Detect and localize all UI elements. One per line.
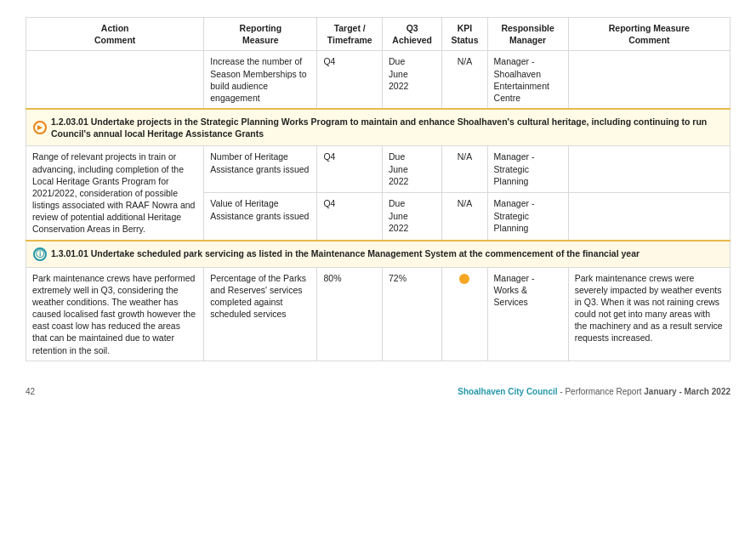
section1-row1-kpi-text: N/A — [458, 151, 473, 162]
section1-row1-q3: Due June 2022 — [383, 146, 442, 193]
footer: 42 Shoalhaven City Council - Performance… — [26, 387, 730, 396]
section1-row2-q3-text: Due June 2022 — [389, 198, 408, 232]
section1-row2-reporting-text: Value of Heritage Assistance grants issu… — [210, 198, 309, 220]
section2-row1-kpi — [442, 267, 487, 361]
pre-target-cell: Q4 — [317, 51, 383, 109]
header-target: Target / Timeframe — [317, 18, 383, 51]
section2-text: 1.3.01.01 Undertake scheduled park servi… — [51, 247, 639, 259]
footer-brand: Shoalhaven City Council — [458, 387, 557, 396]
section2-row1-responsible: Manager - Works & Services — [487, 267, 568, 361]
section2-row1-q3-text: 72% — [389, 273, 406, 283]
section1-row2-reporting: Value of Heritage Assistance grants issu… — [204, 193, 317, 241]
footer-report-label: - Performance Report — [558, 387, 645, 396]
section1-banner: ► 1.2.03.01 Undertake projects in the St… — [33, 116, 723, 139]
pre-q3-text: Due June 2022 — [389, 56, 408, 90]
header-target-label: Target / Timeframe — [327, 23, 372, 45]
section2-row1: Park maintenance crews have performed ex… — [26, 267, 730, 361]
section1-text: 1.2.03.01 Undertake projects in the Stra… — [51, 116, 723, 139]
header-action: Action Comment — [26, 18, 204, 51]
section1-header-row: ► 1.2.03.01 Undertake projects in the St… — [26, 109, 730, 146]
section2-header-row: ⓘ 1.3.01.01 Undertake scheduled park ser… — [26, 241, 730, 268]
section1-row2-responsible-text: Manager - Strategic Planning — [494, 198, 535, 232]
pre-target-text: Q4 — [323, 56, 335, 66]
section2-row1-reporting-text: Percentage of the Parks and Reserves' se… — [210, 273, 306, 320]
amber-dot-icon — [459, 274, 469, 284]
section1-row2-target-text: Q4 — [323, 198, 335, 208]
section1-action-cell: Range of relevant projects in train or a… — [26, 146, 204, 241]
section2-row1-responsible-text: Manager - Works & Services — [494, 273, 535, 307]
header-comment: Reporting Measure Comment — [568, 18, 730, 51]
footer-date: January - March 2022 — [644, 387, 730, 396]
section1-row1-responsible: Manager - Strategic Planning — [487, 146, 568, 193]
section2-header-cell: ⓘ 1.3.01.01 Undertake scheduled park ser… — [26, 241, 730, 268]
header-kpi-label: KPI Status — [451, 23, 478, 45]
section2-icon: ⓘ — [33, 247, 47, 261]
header-kpi-a: KPI — [458, 23, 473, 33]
section1-row2-comment — [568, 193, 730, 241]
section1-row1: Range of relevant projects in train or a… — [26, 146, 730, 193]
header-q3-label: Q3 Achieved — [392, 23, 432, 45]
header-action-label: Action Comment — [94, 23, 135, 45]
section2-row1-target-text: 80% — [323, 273, 341, 283]
pre-reporting-text: Increase the number of Season Membership… — [210, 56, 306, 103]
section1-icon: ► — [33, 121, 47, 134]
header-reporting: Reporting Measure — [204, 18, 317, 51]
section1-row1-reporting: Number of Heritage Assistance grants iss… — [204, 146, 317, 193]
footer-right: Shoalhaven City Council - Performance Re… — [458, 387, 730, 396]
section2-row1-reporting: Percentage of the Parks and Reserves' se… — [204, 267, 317, 361]
section2-row1-comment: Park maintenance crews were severely imp… — [568, 267, 730, 361]
section1-row2-responsible: Manager - Strategic Planning — [487, 193, 568, 241]
section2-row1-q3: 72% — [383, 267, 442, 361]
pre-comment-cell — [568, 51, 730, 109]
header-target-a: Target / — [334, 23, 366, 33]
section1-row1-responsible-text: Manager - Strategic Planning — [494, 151, 535, 185]
header-reporting-label: Reporting Measure — [240, 23, 282, 45]
header-target-b: Timeframe — [327, 35, 372, 45]
footer-page-number: 42 — [26, 387, 35, 396]
section2-row1-target: 80% — [317, 267, 383, 361]
section1-row2-kpi: N/A — [442, 193, 487, 241]
section1-row1-comment — [568, 146, 730, 193]
section1-action-text: Range of relevant projects in train or a… — [32, 151, 195, 234]
section2-row1-comment-text: Park maintenance crews were severely imp… — [575, 273, 723, 344]
section1-header-cell: ► 1.2.03.01 Undertake projects in the St… — [26, 109, 730, 146]
pre-responsible-text: Manager - Shoalhaven Entertainment Centr… — [494, 56, 549, 103]
section1-row1-target: Q4 — [317, 146, 383, 193]
header-responsible-label: Responsible Manager — [501, 23, 554, 45]
pre-responsible-cell: Manager - Shoalhaven Entertainment Centr… — [487, 51, 568, 109]
section1-row2-kpi-text: N/A — [458, 198, 473, 208]
pre-kpi-cell: N/A — [442, 51, 487, 109]
header-comment-label: Reporting Measure Comment — [609, 23, 690, 45]
pre-section-row: Increase the number of Season Membership… — [26, 51, 730, 109]
pre-action-cell — [26, 51, 204, 109]
section1-row2-q3: Due June 2022 — [383, 193, 442, 241]
header-q3: Q3 Achieved — [383, 18, 442, 51]
header-kpi-b: Status — [451, 35, 478, 45]
pre-q3-cell: Due June 2022 — [383, 51, 442, 109]
section1-row1-kpi: N/A — [442, 146, 487, 193]
section2-action-cell: Park maintenance crews have performed ex… — [26, 267, 204, 361]
header-responsible: Responsible Manager — [487, 18, 568, 51]
header-kpi: KPI Status — [442, 18, 487, 51]
section2-banner: ⓘ 1.3.01.01 Undertake scheduled park ser… — [33, 247, 723, 261]
section1-row1-q3-text: Due June 2022 — [389, 151, 408, 185]
section1-row1-target-text: Q4 — [323, 151, 335, 162]
section1-row1-reporting-text: Number of Heritage Assistance grants iss… — [210, 151, 309, 173]
section2-action-text: Park maintenance crews have performed ex… — [32, 273, 196, 355]
pre-reporting-cell: Increase the number of Season Membership… — [204, 51, 317, 109]
header-responsible-a: Responsible — [501, 23, 554, 33]
header-responsible-b: Manager — [509, 35, 546, 45]
section1-row2-target: Q4 — [317, 193, 383, 241]
pre-kpi-text: N/A — [458, 56, 473, 66]
